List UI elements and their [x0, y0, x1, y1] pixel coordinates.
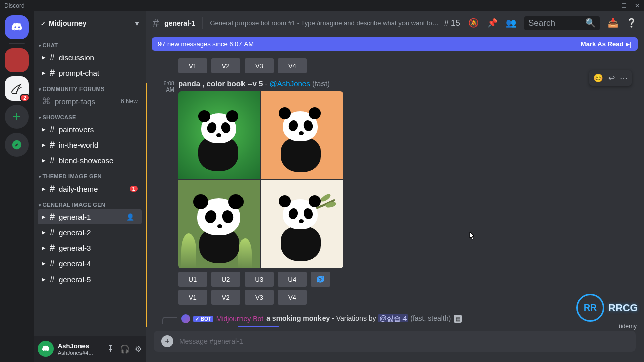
grid-cell-3[interactable] [178, 180, 261, 268]
thread-icon: ▸ [42, 259, 46, 268]
mode-text: (fast) [312, 79, 330, 88]
search-icon: 🔍 [585, 18, 596, 28]
channel-label: in-the-world [59, 141, 98, 149]
category-general-image-gen[interactable]: GENERAL IMAGE GEN [34, 197, 146, 209]
window-maximize-button[interactable]: ☐ [621, 2, 627, 9]
window-minimize-button[interactable]: — [607, 2, 613, 9]
notification-settings-button[interactable]: 🔕 [468, 18, 479, 28]
category-community-forums[interactable]: COMMUNITY FORUMS [34, 81, 146, 93]
category-chat[interactable]: CHAT [34, 37, 146, 49]
v4-button[interactable]: V4 [278, 290, 307, 305]
v4-button[interactable]: V4 [278, 58, 307, 73]
user-tag: AshJones#4... [58, 350, 93, 356]
mention[interactable]: @싫습 4 [378, 314, 408, 322]
dash: - [265, 79, 267, 88]
new-messages-banner[interactable]: 97 new messages since 6:07 AM Mark As Re… [152, 37, 638, 51]
v3-button[interactable]: V3 [245, 58, 274, 73]
server-item-1[interactable] [5, 48, 29, 72]
grid-cell-4[interactable] [261, 180, 343, 268]
mention-user[interactable]: @AshJones [270, 79, 310, 88]
channel-general-3[interactable]: ▸#general-3 [38, 240, 142, 255]
v1-button[interactable]: V1 [178, 290, 207, 305]
new-messages-text: 97 new messages since 6:07 AM [158, 40, 254, 48]
user-settings-button[interactable]: ⚙ [135, 344, 142, 354]
u1-button[interactable]: U1 [178, 272, 207, 287]
channel-general-4[interactable]: ▸#general-4 [38, 256, 142, 271]
bot-tag: ✓ BOT [193, 316, 213, 322]
server-item-midjourney[interactable]: 2 [5, 76, 29, 101]
pinned-messages-button[interactable]: 📌 [487, 18, 498, 28]
v2-button[interactable]: V2 [211, 290, 240, 305]
help-button[interactable]: ❔ [626, 18, 637, 28]
generated-image-grid[interactable] [178, 91, 343, 268]
channel-paintovers[interactable]: ▸#paintovers [38, 122, 142, 137]
server-header[interactable]: Midjourney [34, 11, 146, 35]
channel-list[interactable]: CHAT ▸#discussion ▸#prompt-chat COMMUNIT… [34, 35, 146, 336]
channel-label: general-4 [59, 259, 91, 268]
variation-buttons: V1 V2 V3 V4 [178, 290, 620, 305]
hash-icon: # [50, 140, 55, 149]
thread-icon: ▸ [42, 184, 46, 193]
search-input[interactable]: Search 🔍 [524, 16, 600, 30]
add-server-button[interactable] [5, 105, 29, 129]
channel-label: general-1 [59, 213, 91, 221]
channel-topic[interactable]: General purpose bot room #1 - Type /imag… [210, 19, 439, 27]
channel-daily-theme[interactable]: ▸#daily-theme 1 [38, 181, 142, 196]
hash-icon: # [50, 53, 55, 62]
channel-prompt-chat[interactable]: ▸#prompt-chat [38, 65, 142, 80]
search-placeholder: Search [528, 18, 555, 28]
chevron-down-icon [135, 19, 139, 27]
hash-icon: # [50, 259, 55, 268]
upscale-buttons: U1 U2 U3 U4 [178, 272, 620, 287]
u2-button[interactable]: U2 [211, 272, 240, 287]
server-name: Midjourney [49, 19, 87, 27]
category-showcase[interactable]: SHOWCASE [34, 109, 146, 121]
channel-in-the-world[interactable]: ▸#in-the-world [38, 137, 142, 152]
bot-name[interactable]: Midjourney Bot [216, 315, 263, 323]
verified-icon [41, 19, 46, 27]
attach-button[interactable]: ＋ [161, 335, 173, 347]
member-list-button[interactable]: 👥 [506, 18, 516, 28]
threads-button[interactable]: #15 [444, 18, 460, 28]
create-invite-icon[interactable]: 👤⁺ [126, 213, 138, 221]
explore-servers-button[interactable] [5, 133, 29, 157]
inbox-button[interactable]: 📥 [608, 18, 618, 28]
mute-mic-button[interactable]: 🎙 [107, 344, 115, 354]
thread-icon: ▸ [42, 68, 46, 77]
dm-home-button[interactable] [5, 15, 29, 39]
channel-label: paintovers [59, 125, 94, 134]
discord-logo-icon [41, 345, 50, 352]
grid-cell-2[interactable] [261, 91, 343, 179]
category-themed-image-gen[interactable]: THEMED IMAGE GEN [34, 168, 146, 180]
v1-button[interactable]: V1 [178, 58, 207, 73]
plus-icon [12, 112, 22, 122]
u4-button[interactable]: U4 [278, 272, 307, 287]
channel-label: daily-theme [59, 185, 98, 193]
hash-icon: # [153, 17, 159, 30]
grid-cell-1[interactable] [178, 91, 261, 179]
reroll-button[interactable] [311, 272, 330, 287]
channel-general-2[interactable]: ▸#general-2 [38, 225, 142, 240]
window-close-button[interactable]: ✕ [635, 2, 640, 9]
thread-icon: ▸ [42, 125, 46, 134]
channel-prompt-faqs[interactable]: ⌘prompt-faqs 6 New [38, 94, 142, 109]
channel-general-5[interactable]: ▸#general-5 [38, 272, 142, 287]
channel-blend-showcase[interactable]: ▸#blend-showcase [38, 153, 142, 168]
mention-badge: 1 [130, 186, 138, 192]
message-scroller[interactable]: 97 new messages since 6:07 AM Mark As Re… [146, 35, 644, 331]
bot-avatar[interactable] [181, 314, 190, 323]
forum-icon: ⌘ [42, 97, 51, 106]
reply-preview[interactable]: ✓ BOT Midjourney Bot a smoking monkey - … [162, 314, 644, 324]
channel-label: prompt-chat [59, 69, 99, 77]
v3-button[interactable]: V3 [245, 290, 274, 305]
deafen-button[interactable]: 🎧 [120, 344, 130, 354]
message-composer[interactable]: ＋ Message #general-1 [154, 331, 636, 352]
user-avatar[interactable] [38, 341, 54, 357]
channel-discussion[interactable]: ▸#discussion [38, 50, 142, 65]
thread-icon: ▸ [42, 156, 46, 165]
channel-general-1[interactable]: ▸#general-1 👤⁺ [38, 209, 142, 224]
v2-button[interactable]: V2 [211, 58, 240, 73]
watermark-text: RRCG [608, 302, 638, 314]
u3-button[interactable]: U3 [245, 272, 274, 287]
mark-as-read-button[interactable]: Mark As Read▸| [581, 40, 632, 48]
